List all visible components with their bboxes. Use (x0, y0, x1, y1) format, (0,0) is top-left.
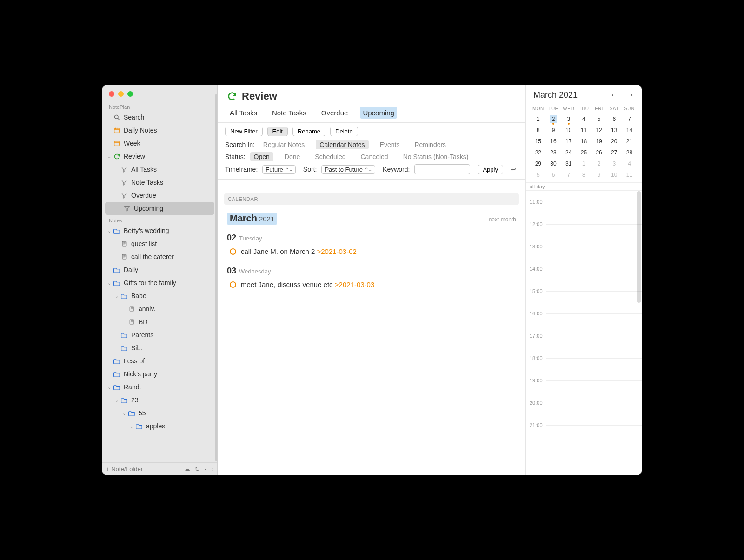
apply-button[interactable]: Apply (478, 165, 503, 174)
calendar-day[interactable]: 1 (576, 158, 591, 169)
sidebar-folder-daily[interactable]: Daily (102, 263, 217, 276)
sidebar-folder-less-of[interactable]: Less of (102, 354, 217, 367)
sidebar-note-bd[interactable]: BD (102, 315, 217, 328)
calendar-day[interactable]: 13 (606, 125, 622, 136)
tab-overdue[interactable]: Overdue (319, 107, 351, 119)
task-row[interactable]: meet Jane, discuss venue etc >2021-03-03 (227, 276, 516, 288)
calendar-day[interactable]: 11 (622, 169, 637, 180)
calendar-day[interactable]: 7 (622, 113, 637, 125)
calendar-day[interactable]: 3 (606, 158, 622, 169)
calendar-day[interactable]: 1 (531, 113, 546, 125)
sidebar-item-upcoming[interactable]: Upcoming (105, 202, 214, 215)
calendar-day[interactable]: 7 (561, 169, 576, 180)
sidebar-item-note-tasks[interactable]: Note Tasks (102, 176, 217, 189)
calendar-day[interactable]: 4 (622, 158, 637, 169)
timeframe-select[interactable]: Future⌃⌄ (262, 165, 296, 174)
calendar-day[interactable]: 6 (546, 169, 561, 180)
tab-upcoming[interactable]: Upcoming (360, 107, 397, 119)
minimize-window-button[interactable] (118, 91, 124, 97)
calendar-day[interactable]: 15 (531, 136, 546, 147)
calendar-day[interactable]: 30 (546, 158, 561, 169)
chevron-down-icon[interactable]: ⌄ (106, 385, 113, 390)
calendar-day[interactable]: 21 (622, 136, 637, 147)
forward-arrow-icon[interactable]: › (212, 466, 213, 473)
calendar-day[interactable]: 9 (591, 169, 607, 180)
sidebar-folder-nicks-party[interactable]: Nick's party (102, 367, 217, 380)
chevron-down-icon[interactable]: ⌄ (106, 280, 113, 286)
calendar-day[interactable]: 11 (576, 125, 591, 136)
close-window-button[interactable] (109, 91, 114, 97)
sidebar-folder-parents[interactable]: Parents (102, 328, 217, 341)
sidebar-item-week[interactable]: Week (102, 137, 217, 150)
chip-events[interactable]: Events (376, 140, 404, 149)
sidebar-folder-sib[interactable]: Sib. (102, 341, 217, 354)
calendar-day[interactable]: 23 (546, 147, 561, 158)
maximize-window-button[interactable] (127, 91, 133, 97)
chip-status-open[interactable]: Open (250, 152, 273, 161)
calendar-day[interactable]: 4 (576, 113, 591, 125)
calendar-day[interactable]: 20 (606, 136, 622, 147)
calendar-day[interactable]: 19 (591, 136, 607, 147)
cloud-sync-icon[interactable]: ☁︎ (184, 466, 190, 473)
sidebar-item-daily-notes[interactable]: Daily Notes (102, 124, 217, 137)
sidebar-folder-23[interactable]: ⌄ 23 (102, 393, 217, 407)
chip-regular-notes[interactable]: Regular Notes (259, 140, 309, 149)
new-filter-button[interactable]: New Filter (225, 127, 263, 136)
sidebar-item-search[interactable]: Search (102, 111, 217, 124)
calendar-day[interactable]: 10 (561, 125, 576, 136)
calendar-day[interactable]: 29 (531, 158, 546, 169)
calendar-day[interactable]: 5 (531, 169, 546, 180)
sidebar-folder-55[interactable]: ⌄ 55 (102, 407, 217, 420)
calendar-day[interactable]: 17 (561, 136, 576, 147)
sidebar-folder-bettys-wedding[interactable]: ⌄ Betty's wedding (102, 224, 217, 237)
calendar-day[interactable]: 8 (576, 169, 591, 180)
add-note-folder-button[interactable]: + Note/Folder (106, 466, 143, 473)
calendar-day[interactable]: 26 (591, 147, 607, 158)
calendar-day[interactable]: 8 (531, 125, 546, 136)
calendar-day[interactable]: 5 (591, 113, 607, 125)
calendar-day[interactable]: 24 (561, 147, 576, 158)
sort-select[interactable]: Past to Future⌃⌄ (321, 165, 375, 174)
chevron-down-icon[interactable]: ⌄ (113, 293, 120, 299)
chevron-down-icon[interactable]: ⌄ (121, 411, 127, 416)
rename-button[interactable]: Rename (292, 127, 326, 136)
calendar-day[interactable]: 6 (606, 113, 622, 125)
keyword-input[interactable] (414, 164, 470, 174)
calendar-day[interactable]: 9 (546, 125, 561, 136)
calendar-next-icon[interactable]: → (626, 90, 634, 100)
task-checkbox-icon[interactable] (230, 248, 236, 255)
calendar-day[interactable]: 18 (576, 136, 591, 147)
chip-status-nostatus[interactable]: No Status (Non-Tasks) (399, 152, 472, 161)
chevron-down-icon[interactable]: ⌄ (113, 398, 120, 403)
sidebar-item-all-tasks[interactable]: All Tasks (102, 163, 217, 176)
timeline-scrollbar[interactable] (637, 191, 641, 303)
sidebar-item-review[interactable]: ⌄ Review (102, 150, 217, 163)
chevron-down-icon[interactable]: ⌄ (128, 424, 135, 429)
chip-calendar-notes[interactable]: Calendar Notes (316, 140, 368, 149)
chip-status-scheduled[interactable]: Scheduled (311, 152, 349, 161)
calendar-day[interactable]: 28 (622, 147, 637, 158)
calendar-day[interactable]: 22 (531, 147, 546, 158)
sidebar-note-guest-list[interactable]: guest list (102, 237, 217, 250)
calendar-day[interactable]: 2 (546, 113, 561, 125)
calendar-day[interactable]: 31 (561, 158, 576, 169)
sidebar-item-overdue[interactable]: Overdue (102, 189, 217, 202)
chevron-down-icon[interactable]: ⌄ (106, 154, 113, 159)
sidebar-folder-babe[interactable]: ⌄ Babe (102, 289, 217, 302)
sidebar-folder-gifts[interactable]: ⌄ Gifts for the family (102, 276, 217, 289)
calendar-day[interactable]: 2 (591, 158, 607, 169)
next-month-link[interactable]: next month (489, 216, 516, 223)
chip-status-canceled[interactable]: Canceled (357, 152, 392, 161)
calendar-prev-icon[interactable]: ← (610, 90, 618, 100)
chip-reminders[interactable]: Reminders (411, 140, 450, 149)
sidebar-folder-apples[interactable]: ⌄ apples (102, 420, 217, 433)
calendar-day[interactable]: 12 (591, 125, 607, 136)
refresh-icon[interactable]: ↻ (195, 466, 200, 473)
calendar-day[interactable]: 16 (546, 136, 561, 147)
calendar-day[interactable]: 14 (622, 125, 637, 136)
tab-note-tasks[interactable]: Note Tasks (269, 107, 309, 119)
back-arrow-icon[interactable]: ‹ (205, 466, 206, 473)
timeline[interactable]: 11:0012:0013:0014:0015:0016:0017:0018:00… (526, 191, 642, 475)
calendar-day[interactable]: 3 (561, 113, 576, 125)
sidebar-scrollbar[interactable] (215, 94, 217, 461)
